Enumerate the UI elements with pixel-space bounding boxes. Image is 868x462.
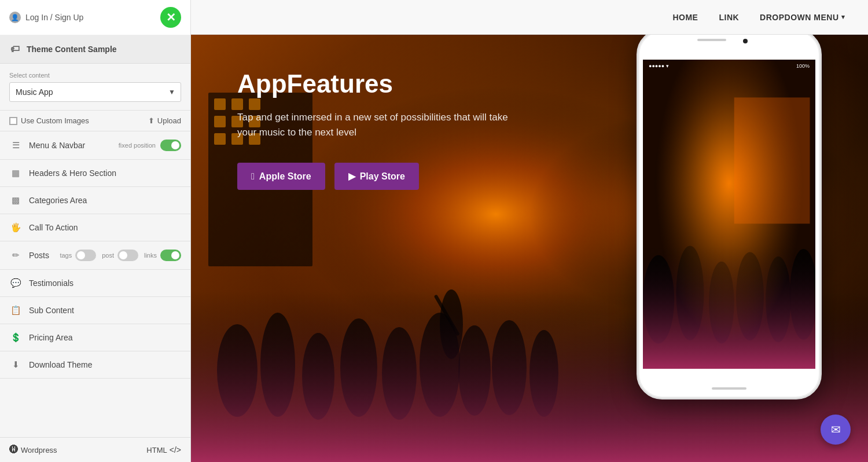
tags-label: tags	[60, 252, 72, 259]
custom-images-row: Use Custom Images ⬆ Upload	[0, 111, 190, 131]
menu-navbar-icon: ☰	[9, 140, 22, 151]
headers-hero-label: Headers & Hero Section	[29, 168, 116, 178]
categories-icon: ▩	[9, 195, 22, 206]
nav-dropdown-label: DROPDOWN MENU	[760, 13, 838, 22]
phone-home-indicator	[712, 387, 746, 390]
apple-store-label: Apple Store	[259, 171, 311, 182]
theme-content-label: Theme Content Sample	[27, 45, 117, 54]
phone-screen-image: ●●●●● ▾ 100%	[643, 60, 815, 369]
main-content: HOME LINK DROPDOWN MENU ▾	[191, 0, 868, 462]
download-label: Download Theme	[29, 360, 92, 369]
nav-dropdown[interactable]: DROPDOWN MENU ▾	[760, 13, 845, 22]
sidebar-item-testimonials[interactable]: 💬 Testimonials	[0, 270, 190, 297]
testimonials-label: Testimonials	[29, 278, 73, 288]
posts-label: Posts	[29, 251, 49, 260]
menu-toggle-row: fixed position	[119, 140, 181, 151]
posts-tags-toggle[interactable]	[75, 250, 96, 261]
links-label: links	[144, 252, 157, 259]
dropdown-arrow-icon: ▾	[841, 13, 845, 21]
sidebar-item-posts[interactable]: ✏ Posts tags post links	[0, 241, 190, 270]
phone-mockup: ●●●●● ▾ 100%	[637, 35, 822, 399]
sidebar-item-headers-hero[interactable]: ▦ Headers & Hero Section	[0, 160, 190, 187]
custom-images-left: Use Custom Images	[9, 116, 89, 125]
upload-label: Upload	[157, 116, 181, 125]
cta-icon: 🖐	[9, 222, 22, 233]
close-icon: ✕	[166, 10, 176, 24]
cta-label: Call To Action	[29, 223, 78, 232]
upload-icon: ⬆	[148, 116, 155, 125]
phone-screen-glow	[643, 60, 815, 369]
phone-screen: ●●●●● ▾ 100%	[643, 60, 815, 369]
sidebar-item-menu-navbar[interactable]: ☰ Menu & Navbar fixed position	[0, 131, 190, 160]
pricing-label: Pricing Area	[29, 333, 72, 342]
wp-icon-symbol: 🅦	[9, 445, 19, 455]
sidebar: 👤 Log In / Sign Up ✕ 🏷 Theme Content Sam…	[0, 0, 191, 462]
hero-content: AppFeatures Tap and get inmersed in a ne…	[237, 69, 527, 190]
posts-icon: ✏	[9, 250, 22, 261]
phone-camera	[743, 39, 748, 43]
top-navbar: HOME LINK DROPDOWN MENU ▾	[191, 0, 868, 35]
nav-link[interactable]: LINK	[719, 13, 739, 22]
select-wrapper: Music App App Landing Business Portfolio…	[9, 82, 181, 102]
close-button[interactable]: ✕	[160, 7, 181, 28]
custom-images-checkbox[interactable]	[9, 117, 17, 125]
sidebar-item-categories[interactable]: ▩ Categories Area	[0, 187, 190, 214]
theme-icon: 🏷	[9, 43, 21, 55]
menu-toggle[interactable]	[160, 140, 181, 151]
headers-icon: ▦	[9, 168, 22, 178]
phone-outer: ●●●●● ▾ 100%	[637, 35, 822, 399]
login-label[interactable]: Log In / Sign Up	[25, 13, 83, 22]
phone-signal: ●●●●● ▾	[649, 63, 669, 69]
android-icon: ▶	[348, 171, 355, 182]
testimonials-icon: 💬	[9, 278, 22, 288]
posts-toggles: tags post links	[60, 250, 181, 261]
select-content-area: Select content Music App App Landing Bus…	[0, 64, 190, 111]
mail-icon: ✉	[831, 423, 841, 437]
hero-subtitle: Tap and get inmersed in a new set of pos…	[237, 110, 527, 140]
sub-content-label: Sub Content	[29, 306, 74, 315]
menu-toggle-label: fixed position	[119, 142, 156, 149]
nav-home[interactable]: HOME	[672, 13, 698, 22]
custom-images-label: Use Custom Images	[21, 116, 89, 125]
sidebar-item-download[interactable]: ⬇ Download Theme	[0, 351, 190, 379]
wp-label: Wordpress	[21, 446, 57, 454]
play-store-label: Play Store	[360, 171, 405, 182]
sidebar-footer: 🅦 Wordpress HTML </>	[0, 437, 190, 462]
sidebar-item-sub-content[interactable]: 📋 Sub Content	[0, 297, 190, 324]
apple-store-button[interactable]:  Apple Store	[237, 163, 325, 190]
posts-post-toggle[interactable]	[117, 250, 138, 261]
select-content-label: Select content	[9, 72, 181, 79]
content-select[interactable]: Music App App Landing Business Portfolio	[9, 82, 181, 102]
sidebar-item-pricing[interactable]: 💲 Pricing Area	[0, 324, 190, 351]
theme-content-header: 🏷 Theme Content Sample	[0, 35, 190, 64]
hero-title: AppFeatures	[237, 69, 527, 98]
phone-status-bar: ●●●●● ▾ 100%	[649, 63, 810, 69]
pricing-icon: 💲	[9, 332, 22, 343]
apple-icon: 	[251, 171, 255, 182]
phone-battery: 100%	[796, 63, 810, 69]
html-link[interactable]: HTML </>	[146, 445, 181, 454]
user-area[interactable]: 👤 Log In / Sign Up	[9, 12, 83, 23]
sidebar-item-cta[interactable]: 🖐 Call To Action	[0, 214, 190, 241]
categories-label: Categories Area	[29, 196, 87, 205]
posts-links-toggle[interactable]	[160, 250, 181, 261]
phone-speaker	[697, 39, 726, 41]
download-icon: ⬇	[9, 360, 22, 370]
sidebar-top-bar: 👤 Log In / Sign Up ✕	[0, 0, 190, 35]
user-icon: 👤	[9, 12, 21, 23]
html-icon-symbol: </>	[170, 445, 181, 454]
mail-fab-button[interactable]: ✉	[821, 415, 851, 445]
upload-button[interactable]: ⬆ Upload	[148, 116, 181, 125]
wordpress-link[interactable]: 🅦 Wordpress	[9, 445, 57, 455]
html-label: HTML	[146, 446, 167, 454]
post-label: post	[102, 252, 114, 259]
hero-section: AppFeatures Tap and get inmersed in a ne…	[191, 35, 868, 462]
hero-buttons:  Apple Store ▶ Play Store	[237, 163, 527, 190]
sub-content-icon: 📋	[9, 305, 22, 316]
play-store-button[interactable]: ▶ Play Store	[334, 163, 419, 190]
menu-navbar-label: Menu & Navbar	[29, 141, 85, 150]
